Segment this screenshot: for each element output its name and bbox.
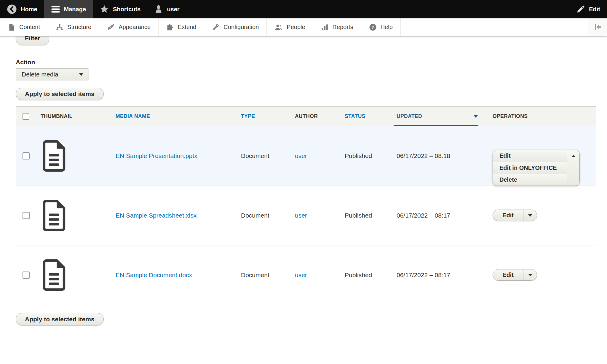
media-name-link[interactable]: EN Sample Spreadsheet.xlsx	[116, 212, 197, 219]
admin-tray: Content Structure Appearance Extend	[0, 18, 607, 36]
tray-item-structure[interactable]: Structure	[48, 18, 99, 36]
collapse-left-icon	[593, 23, 602, 31]
tray-item-label: People	[287, 24, 305, 31]
tray-item-people[interactable]: People	[267, 18, 313, 36]
admin-toolbar-left: Home Manage Shortcuts	[0, 0, 186, 18]
admin-toolbar: Home Manage Shortcuts	[0, 0, 607, 18]
media-name-link[interactable]: EN Sample Document.docx	[116, 272, 192, 279]
tray-item-appearance[interactable]: Appearance	[99, 18, 159, 36]
tray-item-label: Content	[19, 24, 40, 31]
bar-chart-icon	[321, 23, 329, 31]
tray-orientation-toggle[interactable]	[588, 18, 607, 36]
dropbutton-actions: Edit Edit in ONLYOFFICE Delete	[493, 150, 567, 186]
caret-up-icon	[571, 155, 576, 157]
dropbutton-toggle[interactable]	[523, 269, 537, 280]
document-icon	[41, 199, 67, 232]
header-updated-label: UPDATED	[397, 113, 422, 119]
header-updated-sort-link[interactable]: UPDATED	[397, 113, 478, 119]
toolbar-home-label: Home	[21, 6, 37, 13]
tray-item-label: Configuration	[223, 24, 259, 31]
tray-item-content[interactable]: Content	[0, 18, 48, 36]
dropbutton-toggle[interactable]	[523, 210, 537, 221]
toolbar-edit-label: Edit	[589, 6, 600, 13]
media-type: Document	[241, 272, 269, 279]
row-checkbox[interactable]	[23, 212, 30, 219]
tray-item-label: Extend	[178, 24, 196, 31]
operation-delete[interactable]: Delete	[493, 174, 567, 186]
svg-text:?: ?	[371, 25, 374, 30]
drupal-media-admin-screen: Filter Action Delete media Apply to sele…	[0, 0, 607, 364]
help-icon: ?	[369, 23, 377, 31]
operation-edit-button[interactable]: Edit	[493, 210, 523, 221]
status-text: Published	[345, 212, 372, 219]
sort-descending-icon	[474, 115, 478, 118]
author-link[interactable]: user	[295, 272, 307, 279]
content-icon	[8, 23, 15, 31]
updated-text: 06/17/2022 – 08:17	[397, 272, 450, 279]
tray-item-extend[interactable]: Extend	[159, 18, 204, 36]
updated-text: 06/17/2022 – 08:17	[397, 212, 450, 219]
media-name-link[interactable]: EN Sample Presentation.pptx	[116, 152, 197, 159]
tray-item-label: Reports	[333, 24, 353, 31]
author-link[interactable]: user	[295, 152, 307, 159]
toolbar-item-edit[interactable]: Edit	[569, 0, 607, 18]
header-type-sort-link[interactable]: TYPE	[241, 113, 255, 119]
media-table: THUMBNAIL MEDIA NAME TYPE AUTHOR STATUS …	[16, 106, 596, 305]
hamburger-menu-icon	[51, 5, 60, 13]
header-author: AUTHOR	[295, 113, 318, 119]
updated-text: 06/17/2022 – 08:18	[397, 152, 450, 159]
tray-item-label: Help	[381, 24, 393, 31]
operations-dropbutton: Edit	[493, 269, 537, 281]
tray-item-label: Structure	[67, 24, 91, 31]
caret-down-icon	[528, 214, 532, 217]
toolbar-item-manage[interactable]: Manage	[44, 0, 93, 18]
select-all-checkbox[interactable]	[23, 113, 29, 120]
tray-item-configuration[interactable]: Configuration	[204, 18, 267, 36]
operations-dropbutton: Edit	[493, 210, 537, 221]
header-status-sort-link[interactable]: STATUS	[345, 113, 365, 119]
back-to-site-icon	[7, 4, 17, 14]
status-text: Published	[345, 272, 372, 279]
document-icon	[41, 140, 67, 172]
tray-item-help[interactable]: ? Help	[361, 18, 401, 36]
table-row-document: EN Sample Document.docx Document user Pu…	[16, 245, 596, 305]
caret-down-icon	[528, 274, 532, 276]
puzzle-icon	[166, 23, 174, 31]
dropbutton-toggle[interactable]	[567, 150, 579, 186]
operation-edit[interactable]: Edit	[493, 150, 567, 162]
toolbar-manage-label: Manage	[64, 6, 86, 13]
star-icon	[100, 4, 109, 14]
toolbar-user-label: user	[167, 6, 179, 13]
apply-to-selected-button-bottom[interactable]: Apply to selected items	[16, 313, 104, 325]
toolbar-item-shortcuts[interactable]: Shortcuts	[93, 0, 147, 18]
action-label: Action	[16, 59, 596, 66]
toolbar-item-user[interactable]: user	[147, 0, 186, 18]
operation-edit-in-onlyoffice[interactable]: Edit in ONLYOFFICE	[493, 162, 567, 174]
document-icon	[41, 259, 67, 291]
operation-edit-button[interactable]: Edit	[493, 269, 523, 280]
action-select-value: Delete media	[22, 71, 58, 78]
header-thumbnail: THUMBNAIL	[41, 113, 73, 119]
row-checkbox[interactable]	[23, 152, 30, 159]
paintbrush-icon	[107, 23, 115, 31]
author-link[interactable]: user	[295, 212, 307, 219]
tray-item-reports[interactable]: Reports	[313, 18, 361, 36]
table-row-presentation: EN Sample Presentation.pptx Document use…	[16, 126, 596, 186]
select-caret-down-icon	[79, 73, 84, 76]
header-media-name-sort-link[interactable]: MEDIA NAME	[116, 113, 150, 119]
table-header-row: THUMBNAIL MEDIA NAME TYPE AUTHOR STATUS …	[16, 107, 596, 126]
table-row-spreadsheet: EN Sample Spreadsheet.xlsx Document user…	[16, 186, 596, 245]
status-text: Published	[345, 152, 372, 159]
admin-toolbar-right: Edit	[569, 0, 607, 18]
apply-to-selected-button-top[interactable]: Apply to selected items	[16, 88, 104, 100]
header-operations: OPERATIONS	[493, 113, 528, 119]
media-type: Document	[241, 212, 269, 219]
toolbar-item-home[interactable]: Home	[0, 0, 44, 18]
people-icon	[274, 23, 283, 31]
pencil-icon	[576, 5, 585, 14]
toolbar-shortcuts-label: Shortcuts	[113, 6, 140, 13]
action-select[interactable]: Delete media	[16, 68, 89, 80]
page-content: Filter Action Delete media Apply to sele…	[16, 36, 596, 325]
row-checkbox[interactable]	[23, 272, 30, 279]
structure-icon	[56, 23, 63, 31]
